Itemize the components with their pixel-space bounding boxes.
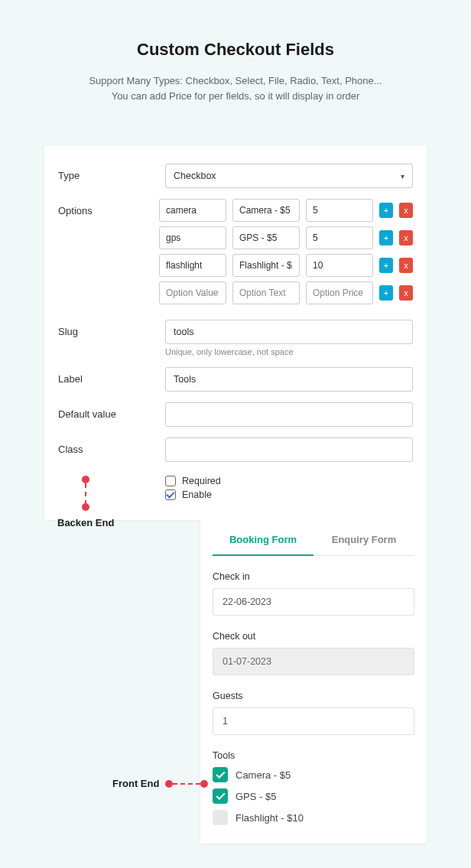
slug-input[interactable] xyxy=(165,320,413,344)
tool-checkbox-label: Camera - $5 xyxy=(236,769,291,781)
backend-form-panel: Type Checkbox ▾ Options + x + x xyxy=(44,145,427,520)
chevron-down-icon: ▾ xyxy=(401,172,404,180)
enable-checkbox-label: Enable xyxy=(182,489,212,500)
option-text-input[interactable] xyxy=(232,199,300,222)
option-row: + x xyxy=(159,199,413,222)
option-value-input[interactable] xyxy=(159,254,226,277)
default-value-input[interactable] xyxy=(165,402,413,427)
class-label: Class xyxy=(58,437,165,455)
check-in-label: Check in xyxy=(213,571,414,582)
options-label: Options xyxy=(58,199,159,216)
default-value-label: Default value xyxy=(58,402,165,420)
enable-checkbox[interactable] xyxy=(165,489,176,500)
tool-checkbox-label: GPS - $5 xyxy=(236,791,276,802)
annotation-dot-icon xyxy=(165,780,173,788)
annotation-line xyxy=(173,783,200,785)
option-price-input[interactable] xyxy=(306,281,373,304)
option-delete-button[interactable]: x xyxy=(399,203,413,218)
label-input[interactable] xyxy=(165,367,413,392)
page-title: Custom Checkout Fields xyxy=(0,40,471,60)
check-out-input[interactable] xyxy=(213,648,414,675)
page-subtitle: Support Many Types: Checkbox, Select, Fi… xyxy=(0,73,471,104)
option-delete-button[interactable]: x xyxy=(399,230,413,245)
tool-checkbox-label: Flashlight - $10 xyxy=(236,812,304,824)
option-add-button[interactable]: + xyxy=(379,203,393,218)
option-price-input[interactable] xyxy=(306,199,373,222)
type-select[interactable]: Checkbox ▾ xyxy=(165,164,413,188)
slug-label: Slug xyxy=(58,320,165,337)
option-row: + x xyxy=(159,281,413,304)
option-text-input[interactable] xyxy=(232,254,300,277)
slug-help-text: Unique, only lowercase, not space xyxy=(165,347,413,356)
option-value-input[interactable] xyxy=(159,226,226,249)
option-price-input[interactable] xyxy=(306,254,373,277)
type-label: Type xyxy=(58,164,165,181)
tab-booking-form[interactable]: Booking Form xyxy=(213,534,313,556)
frontend-form-panel: Booking Form Enquiry Form Check in Check… xyxy=(200,517,427,844)
annotation-dot-icon xyxy=(200,780,208,788)
check-in-input[interactable] xyxy=(213,588,414,616)
tab-enquiry-form[interactable]: Enquiry Form xyxy=(313,534,414,555)
type-select-value: Checkbox xyxy=(174,171,216,181)
option-delete-button[interactable]: x xyxy=(399,258,413,273)
backend-annotation-label: Backen End xyxy=(57,517,114,528)
annotation-line xyxy=(85,483,86,505)
frontend-annotation-label: Front End xyxy=(112,778,159,789)
option-price-input[interactable] xyxy=(306,226,373,249)
option-value-input[interactable] xyxy=(159,281,226,304)
option-add-button[interactable]: + xyxy=(379,230,393,245)
tool-checkbox-gps[interactable] xyxy=(213,788,228,804)
required-checkbox-label: Required xyxy=(182,476,221,486)
option-delete-button[interactable]: x xyxy=(399,285,413,301)
tool-checkbox-flashlight[interactable] xyxy=(213,810,228,825)
option-text-input[interactable] xyxy=(232,281,300,304)
tool-checkbox-camera[interactable] xyxy=(213,767,228,782)
option-value-input[interactable] xyxy=(159,199,226,222)
option-text-input[interactable] xyxy=(232,226,300,249)
class-input[interactable] xyxy=(165,437,413,462)
check-out-label: Check out xyxy=(213,631,414,642)
annotation-dot-icon xyxy=(82,503,89,511)
required-checkbox[interactable] xyxy=(165,476,176,486)
guests-label: Guests xyxy=(213,691,414,701)
option-row: + x xyxy=(159,254,413,277)
option-add-button[interactable]: + xyxy=(379,258,393,273)
annotation-dot-icon xyxy=(82,476,89,483)
option-row: + x xyxy=(159,226,413,249)
tools-label: Tools xyxy=(213,750,414,761)
label-label: Label xyxy=(58,367,165,385)
option-add-button[interactable]: + xyxy=(379,285,393,301)
guests-input[interactable] xyxy=(213,707,414,735)
